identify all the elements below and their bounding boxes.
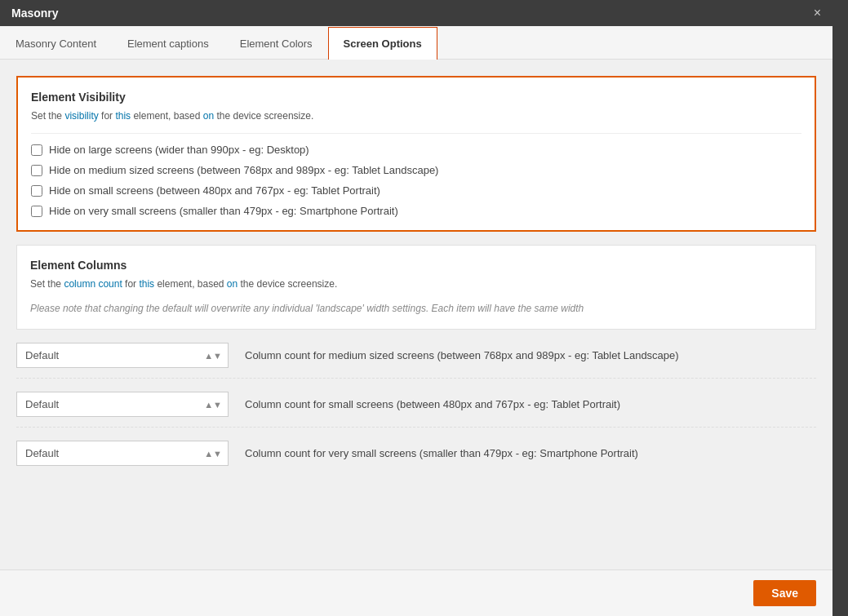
desc-link-visibility: visibility (64, 110, 98, 122)
select-wrapper-small: Default 1 2 3 4 5 6 ▲▼ (16, 392, 229, 417)
desc-link-on2: on (227, 278, 238, 290)
element-visibility-desc: Set the visibility for this element, bas… (31, 109, 801, 123)
col-small-label: Column count for small screens (between … (245, 397, 620, 413)
close-button[interactable]: × (814, 7, 821, 20)
select-medium[interactable]: Default 1 2 3 4 5 6 (16, 343, 229, 368)
checkbox-hide-large[interactable]: Hide on large screens (wider than 990px … (31, 144, 801, 156)
columns-row-very-small: Default 1 2 3 4 5 6 ▲▼ Column count for … (16, 441, 816, 476)
checkbox-hide-medium[interactable]: Hide on medium sized screens (between 76… (31, 164, 801, 176)
visibility-checkbox-list: Hide on large screens (wider than 990px … (31, 144, 801, 217)
col-medium-label: Column count for medium sized screens (b… (245, 348, 679, 364)
element-columns-title: Element Columns (30, 259, 802, 272)
element-columns-note: Please note that changing the default wi… (30, 301, 802, 316)
checkbox-hide-very-small[interactable]: Hide on very small screens (smaller than… (31, 205, 801, 217)
checkbox-hide-large-label: Hide on large screens (wider than 990px … (49, 144, 309, 156)
checkbox-hide-medium-input[interactable] (31, 165, 42, 176)
select-wrapper-medium: Default 1 2 3 4 5 6 ▲▼ (16, 343, 229, 368)
desc-link-this1: this (115, 110, 131, 122)
tab-masonry-content[interactable]: Masonry Content (0, 27, 112, 60)
save-button[interactable]: Save (753, 580, 816, 606)
checkbox-hide-small-label: Hide on small screens (between 480px and… (49, 184, 380, 197)
element-visibility-title: Element Visibility (31, 91, 801, 104)
columns-row-small: Default 1 2 3 4 5 6 ▲▼ Column count for … (16, 392, 816, 428)
tab-element-captions[interactable]: Element captions (112, 27, 224, 60)
checkbox-hide-very-small-label: Hide on very small screens (smaller than… (49, 205, 398, 217)
modal-dialog: Masonry × Masonry Content Element captio… (0, 0, 832, 616)
select-wrapper-very-small: Default 1 2 3 4 5 6 ▲▼ (16, 441, 229, 466)
modal-title: Masonry (11, 7, 59, 20)
desc-link-column: column count (64, 278, 122, 290)
checkbox-hide-large-input[interactable] (31, 144, 42, 156)
modal-body: Element Visibility Set the visibility fo… (0, 60, 832, 569)
columns-row-medium: Default 1 2 3 4 5 6 ▲▼ Column count for … (16, 343, 816, 379)
element-columns-desc: Set the column count for this element, b… (30, 277, 802, 291)
desc-link-this2: this (139, 278, 154, 290)
tab-screen-options[interactable]: Screen Options (328, 27, 437, 60)
select-small[interactable]: Default 1 2 3 4 5 6 (16, 392, 229, 417)
select-very-small[interactable]: Default 1 2 3 4 5 6 (16, 441, 229, 466)
checkbox-hide-small[interactable]: Hide on small screens (between 480px and… (31, 184, 801, 197)
background-sidebar (832, 0, 848, 616)
checkbox-hide-very-small-input[interactable] (31, 206, 42, 217)
desc-link-on1: on (203, 110, 214, 122)
element-visibility-section: Element Visibility Set the visibility fo… (16, 76, 816, 232)
modal-footer: Save (0, 569, 832, 616)
checkbox-hide-medium-label: Hide on medium sized screens (between 76… (49, 164, 438, 176)
col-very-small-label: Column count for very small screens (sma… (245, 445, 638, 462)
tabs-bar: Masonry Content Element captions Element… (0, 26, 832, 60)
tab-element-colors[interactable]: Element Colors (224, 27, 328, 60)
modal-title-bar: Masonry × (0, 0, 832, 26)
checkbox-hide-small-input[interactable] (31, 185, 42, 197)
element-columns-section: Element Columns Set the column count for… (16, 245, 816, 330)
